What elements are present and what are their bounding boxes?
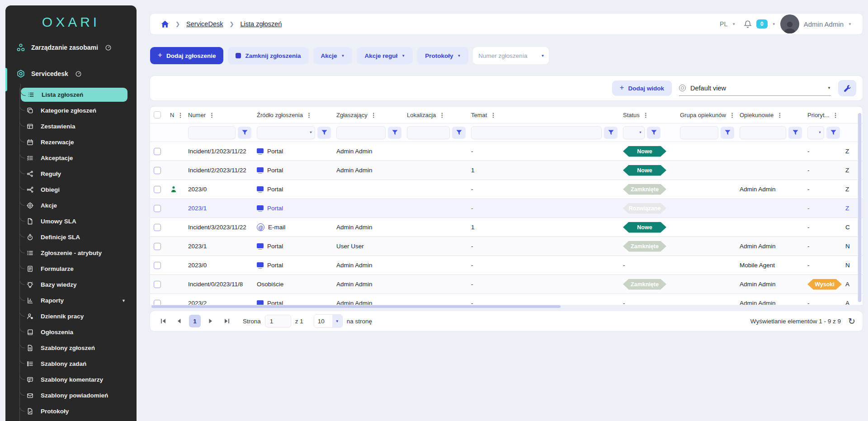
sidebar-item-umowy-sla[interactable]: Umowy SLA (20, 213, 132, 229)
sidebar-item-szablony-zgłoszeń[interactable]: Szablony zgłoszeń (20, 340, 132, 356)
column-menu-kebab-icon[interactable]: ⋮ (777, 112, 783, 118)
last-page-button[interactable] (221, 315, 232, 327)
sidebar-item-kategorie-zgłoszeń[interactable]: Kategorie zgłoszeń (20, 103, 132, 118)
ticket-number-cell[interactable]: Incident/3/2023/11/22 (184, 224, 253, 231)
filter-input-zglaszajacy[interactable] (336, 126, 386, 139)
avatar[interactable] (780, 14, 799, 33)
row-checkbox[interactable] (154, 205, 161, 212)
protocols-dropdown-button[interactable]: Protokoły ▼ (417, 47, 468, 64)
column-header-priorytet[interactable]: Prioryt...⋮ (804, 112, 842, 118)
breadcrumb-link-lista-zgloszen[interactable]: Lista zgłoszeń (241, 20, 282, 28)
table-row[interactable]: Incident/1/2023/11/22PortalAdmin Admin-N… (150, 142, 863, 161)
dashboard-gauge-icon[interactable] (105, 44, 112, 51)
table-row[interactable]: 2023/0Portal-ZamknięteAdmin Admin-Z (150, 180, 863, 199)
vertical-scrollbar[interactable] (858, 113, 862, 302)
grid-settings-button[interactable] (838, 80, 856, 96)
page-input[interactable]: 1 (265, 315, 291, 327)
sidebar-item-reguły[interactable]: Reguły (20, 166, 132, 182)
column-header-numer[interactable]: Numer⋮ (184, 112, 253, 118)
table-row[interactable]: 2023/1Portal-Rozwiązane-Z (150, 199, 863, 218)
view-select[interactable]: Default view ▼ (679, 81, 831, 96)
table-row[interactable]: 2023/0PortalAdmin Admin--Mobile Agent-N (150, 256, 863, 275)
bell-icon[interactable] (744, 20, 752, 28)
sidebar-item-obiegi[interactable]: Obiegi (20, 182, 132, 198)
row-checkbox[interactable] (154, 148, 161, 155)
chevron-down-icon[interactable]: ▼ (541, 54, 544, 58)
sidebar-item-szablony-powiadomień[interactable]: Szablony powiadomień (20, 388, 132, 403)
column-header-zrodlo[interactable]: Źródło zgłoszenia⋮ (253, 112, 333, 118)
sidebar-item-zgłoszenie-atrybuty[interactable]: Zgłoszenie - atrybuty (20, 245, 132, 261)
page-size-select[interactable]: 10 ▼ (314, 314, 343, 328)
horizontal-scrollbar[interactable] (150, 305, 863, 308)
row-checkbox[interactable] (154, 167, 161, 174)
filter-funnel-button[interactable] (826, 127, 840, 139)
filter-funnel-button[interactable] (238, 127, 251, 139)
select-all-checkbox[interactable] (154, 111, 161, 118)
sidebar-item-dziennik-pracy[interactable]: Dziennik pracy (20, 308, 132, 324)
filter-funnel-button[interactable] (647, 127, 660, 139)
sidebar-item-zestawienia[interactable]: Zestawienia (20, 118, 132, 134)
column-header-lokalizacja[interactable]: Lokalizacja⋮ (403, 112, 467, 118)
column-header-opiekunowie[interactable]: Opiekunowie⋮ (736, 112, 804, 118)
previous-page-button[interactable] (173, 315, 185, 327)
column-header-temat[interactable]: Temat⋮ (467, 112, 619, 118)
column-header-n[interactable]: N⋮ (166, 112, 184, 118)
filter-input-priorytet[interactable]: ▼ (807, 126, 824, 139)
add-ticket-button[interactable]: + Dodaj zgłoszenie (150, 47, 223, 64)
sidebar-item-raporty[interactable]: Raporty▼ (20, 293, 132, 308)
column-menu-kebab-icon[interactable]: ⋮ (209, 112, 215, 118)
actions-dropdown-button[interactable]: Akcje ▼ (313, 47, 353, 64)
sidebar-item-szablony-komentarzy[interactable]: Szablony komentarzy (20, 372, 132, 388)
sidebar-section-servicedesk[interactable]: Servicedesk (5, 66, 137, 81)
row-checkbox[interactable] (154, 281, 161, 288)
rule-actions-dropdown-button[interactable]: Akcje reguł ▼ (357, 47, 413, 64)
row-checkbox[interactable] (154, 243, 161, 250)
ticket-number-cell[interactable]: 2023/1 (184, 243, 253, 250)
first-page-button[interactable] (157, 315, 169, 327)
filter-input-opiekunowie[interactable] (740, 126, 786, 139)
chevron-down-icon[interactable]: ▼ (772, 22, 776, 26)
sidebar-item-ogłoszenia[interactable]: Ogłoszenia (20, 324, 132, 340)
refresh-icon[interactable]: ↻ (848, 316, 855, 326)
column-menu-kebab-icon[interactable]: ⋮ (490, 112, 496, 118)
filter-funnel-button[interactable] (452, 127, 466, 139)
ticket-number-cell[interactable]: Incident/0/2023/11/8 (184, 281, 253, 288)
breadcrumb-link-servicedesk[interactable]: ServiceDesk (186, 20, 223, 28)
filter-funnel-button[interactable] (604, 127, 618, 139)
chevron-down-icon[interactable]: ▼ (732, 22, 736, 26)
column-menu-kebab-icon[interactable]: ⋮ (371, 112, 377, 118)
filter-funnel-button[interactable] (388, 127, 401, 139)
column-menu-kebab-icon[interactable]: ⋮ (439, 112, 445, 118)
dashboard-gauge-icon[interactable] (75, 71, 82, 77)
table-row[interactable]: Incident/2/2023/11/22PortalAdmin Admin1N… (150, 161, 863, 180)
sidebar-item-definicje-sla[interactable]: Definicje SLA (20, 229, 132, 245)
column-menu-kebab-icon[interactable]: ⋮ (177, 112, 183, 118)
ticket-number-cell[interactable]: 2023/1 (184, 205, 253, 212)
language-selector[interactable]: PL (720, 20, 727, 28)
column-menu-kebab-icon[interactable]: ⋮ (306, 112, 312, 118)
ticket-number-cell[interactable]: 2023/0 (184, 262, 253, 269)
ticket-number-cell[interactable]: 2023/0 (184, 186, 253, 193)
filter-funnel-button[interactable] (788, 127, 802, 139)
sidebar-item-akceptacje[interactable]: Akceptacje (20, 150, 132, 166)
table-row[interactable]: Incident/3/2023/11/22@E-mailAdmin Admin1… (150, 218, 863, 237)
column-header-grupa_opiekunow[interactable]: Grupa opiekunów⋮ (676, 112, 736, 118)
chevron-down-icon[interactable]: ▼ (122, 298, 126, 303)
filter-funnel-button[interactable] (317, 127, 331, 139)
sidebar-item-lista-zgłoszeń[interactable]: Lista zgłoszeń (21, 88, 127, 102)
row-checkbox[interactable] (154, 186, 161, 193)
horizontal-scrollbar-thumb[interactable] (151, 305, 561, 308)
filter-input-zrodlo[interactable]: ▼ (257, 126, 315, 139)
filter-input-numer[interactable] (188, 126, 236, 139)
column-header-zglaszajacy[interactable]: Zgłaszający⋮ (333, 112, 403, 118)
column-menu-kebab-icon[interactable]: ⋮ (729, 112, 735, 118)
row-checkbox[interactable] (154, 224, 161, 231)
table-row[interactable]: 2023/1PortalUser User-ZamknięteAdmin Adm… (150, 237, 863, 256)
sidebar-item-protokoły[interactable]: Protokoły (20, 403, 132, 419)
add-view-button[interactable]: + Dodaj widok (612, 80, 672, 96)
filter-input-lokalizacja[interactable] (407, 126, 450, 139)
filter-funnel-button[interactable] (721, 127, 734, 139)
sidebar-item-akcje[interactable]: Akcje (20, 198, 132, 213)
sidebar-item-bazy-wiedzy[interactable]: Bazy wiedzy (20, 277, 132, 293)
page-number-button[interactable]: 1 (189, 315, 201, 327)
